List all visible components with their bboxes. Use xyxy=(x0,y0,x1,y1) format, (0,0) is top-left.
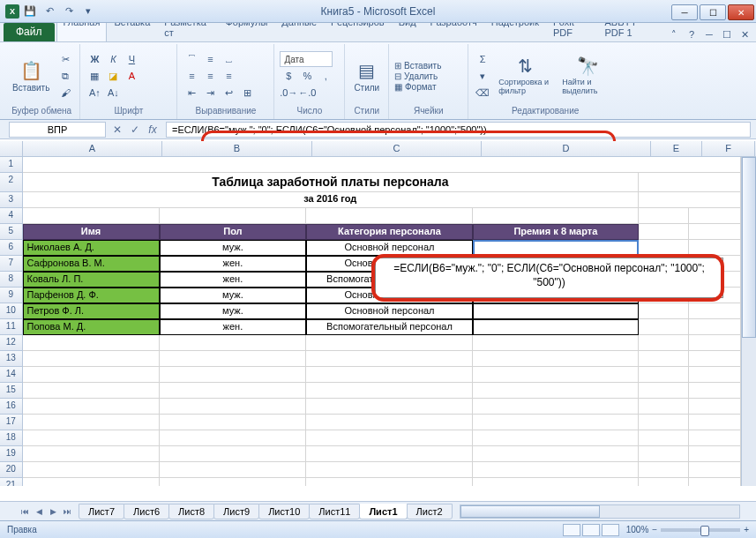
cell-A12[interactable] xyxy=(23,335,160,351)
zoom-out-icon[interactable]: − xyxy=(652,525,657,534)
cell-D16[interactable] xyxy=(473,399,639,415)
cell-B10[interactable]: муж. xyxy=(160,303,307,319)
comma-icon[interactable]: , xyxy=(317,68,334,84)
child-restore-icon[interactable]: ☐ xyxy=(719,27,735,41)
row-header-1[interactable]: 1 xyxy=(0,157,23,173)
cell-B7[interactable]: жен. xyxy=(160,256,307,272)
cell-editing-overlay[interactable]: =ЕСЛИ(B6="муж."; "0"; ЕСЛИ(C6="Основной … xyxy=(375,258,723,298)
row-header-5[interactable]: 5 xyxy=(0,224,23,240)
grow-font-icon[interactable]: A↑ xyxy=(86,85,103,101)
col-header-A[interactable]: A xyxy=(23,141,162,156)
formula-input[interactable]: =ЕСЛИ(B6="муж."; "0"; ЕСЛИ(C6="Основной … xyxy=(166,122,751,138)
zoom-in-icon[interactable]: + xyxy=(744,525,749,534)
decrease-decimal-icon[interactable]: ←.0 xyxy=(298,85,316,101)
row-header-17[interactable]: 17 xyxy=(0,415,23,430)
cell-D12[interactable] xyxy=(473,335,639,351)
cell-F19[interactable] xyxy=(689,446,741,462)
increase-indent-icon[interactable]: ⇥ xyxy=(201,85,219,101)
vertical-scrollbar[interactable] xyxy=(741,157,756,486)
cell-C16[interactable] xyxy=(306,399,472,415)
row-header-15[interactable]: 15 xyxy=(0,383,23,399)
fill-color-icon[interactable]: ◪ xyxy=(104,68,122,84)
cell-E17[interactable] xyxy=(639,415,689,430)
cell-A21[interactable] xyxy=(23,478,160,486)
cell-B11[interactable]: жен. xyxy=(160,319,307,335)
col-header-D[interactable]: D xyxy=(482,141,651,156)
cell-C21[interactable] xyxy=(306,478,472,486)
cell-A14[interactable] xyxy=(23,367,160,383)
wrap-text-icon[interactable]: ↩ xyxy=(220,85,237,101)
cell-A9[interactable]: Парфенов Д. Ф. xyxy=(23,288,160,303)
cell-F20[interactable] xyxy=(689,462,741,478)
row-header-3[interactable]: 3 xyxy=(0,192,23,208)
cell-B4[interactable] xyxy=(160,208,307,224)
cell-B19[interactable] xyxy=(160,446,307,462)
cell-E21[interactable] xyxy=(639,478,689,486)
find-select-button[interactable]: 🔭Найти и выделить xyxy=(558,54,617,98)
cell-F11[interactable] xyxy=(689,319,741,335)
cell-E20[interactable] xyxy=(639,462,689,478)
row-header-14[interactable]: 14 xyxy=(0,367,23,383)
align-middle-icon[interactable]: ≡ xyxy=(201,51,219,67)
row-header-8[interactable]: 8 xyxy=(0,272,23,288)
fx-icon[interactable]: fx xyxy=(145,122,161,138)
cell-C12[interactable] xyxy=(306,335,472,351)
cell-A6[interactable]: Николаев А. Д. xyxy=(23,240,160,256)
clear-icon[interactable]: ⌫ xyxy=(474,85,491,101)
cell-D5[interactable]: Премия к 8 марта xyxy=(473,224,639,240)
cell-A15[interactable] xyxy=(23,383,160,399)
cell-B13[interactable] xyxy=(160,351,307,367)
child-close-icon[interactable]: ✕ xyxy=(737,27,752,41)
page-break-button[interactable] xyxy=(602,524,619,536)
cell-A4[interactable] xyxy=(23,208,160,224)
cell-E6[interactable] xyxy=(639,240,689,256)
minimize-button[interactable]: ─ xyxy=(671,4,698,20)
cell-D18[interactable] xyxy=(473,430,639,446)
cell-F21[interactable] xyxy=(689,478,741,486)
file-tab[interactable]: Файл xyxy=(4,23,55,41)
first-sheet-icon[interactable]: ⏮ xyxy=(18,504,32,519)
cell-F4[interactable] xyxy=(689,208,741,224)
shrink-font-icon[interactable]: A↓ xyxy=(104,85,122,101)
font-color-icon[interactable]: A xyxy=(123,68,140,84)
col-header-C[interactable]: C xyxy=(312,141,482,156)
undo-icon[interactable]: ↶ xyxy=(41,3,58,20)
cell-D14[interactable] xyxy=(473,367,639,383)
cell-C17[interactable] xyxy=(306,415,472,430)
cell-F6[interactable] xyxy=(689,240,741,256)
align-center-icon[interactable]: ≡ xyxy=(201,68,219,84)
format-cells-button[interactable]: ▦ Формат xyxy=(394,82,441,92)
minimize-ribbon-icon[interactable]: ˄ xyxy=(666,27,682,41)
row-header-10[interactable]: 10 xyxy=(0,303,23,319)
cell-F14[interactable] xyxy=(689,367,741,383)
cut-icon[interactable]: ✂ xyxy=(56,51,74,67)
sheet-title[interactable]: Таблица заработной платы персонала xyxy=(23,173,640,192)
cell-B17[interactable] xyxy=(160,415,307,430)
sheet-tab-Лист2[interactable]: Лист2 xyxy=(407,504,453,519)
cell-F10[interactable] xyxy=(689,303,741,319)
cell-C11[interactable]: Вспомогательный персонал xyxy=(306,319,472,335)
italic-button[interactable]: К xyxy=(104,51,122,67)
cell-B8[interactable]: жен. xyxy=(160,272,307,288)
row-header-9[interactable]: 9 xyxy=(0,288,23,303)
sheet-tab-Лист10[interactable]: Лист10 xyxy=(258,504,310,519)
next-sheet-icon[interactable]: ▶ xyxy=(46,504,60,519)
align-left-icon[interactable]: ≡ xyxy=(183,68,200,84)
styles-button[interactable]: ▤Стили xyxy=(350,58,383,94)
cell-A7[interactable]: Сафронова В. М. xyxy=(23,256,160,272)
align-top-icon[interactable]: ⎴ xyxy=(183,51,200,67)
cell-F5[interactable] xyxy=(689,224,741,240)
cell-A17[interactable] xyxy=(23,415,160,430)
redo-icon[interactable]: ↷ xyxy=(60,3,78,20)
cell-B12[interactable] xyxy=(160,335,307,351)
sheet-tab-Лист1[interactable]: Лист1 xyxy=(359,504,407,519)
worksheet-grid[interactable]: ABCDEF 12Таблица заработной платы персон… xyxy=(0,141,756,501)
cell-D17[interactable] xyxy=(473,415,639,430)
cell-A11[interactable]: Попова М. Д. xyxy=(23,319,160,335)
sort-filter-button[interactable]: ⇅Сортировка и фильтр xyxy=(495,54,555,98)
cell-F12[interactable] xyxy=(689,335,741,351)
close-button[interactable]: ✕ xyxy=(728,4,754,20)
cell-A19[interactable] xyxy=(23,446,160,462)
cell-A5[interactable]: Имя xyxy=(23,224,160,240)
row-header-7[interactable]: 7 xyxy=(0,256,23,272)
